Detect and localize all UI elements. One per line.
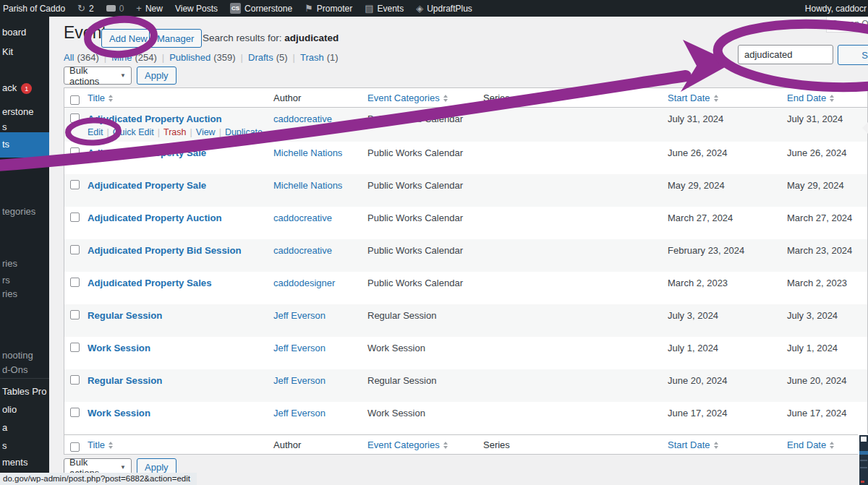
column-header-categories[interactable]: Event Categories (366, 435, 482, 454)
row-checkbox[interactable] (70, 278, 80, 287)
select-all-checkbox[interactable] (70, 95, 80, 105)
event-title-link[interactable]: Work Session (88, 408, 150, 419)
sidebar-item-comments[interactable]: ments (2, 456, 27, 469)
apply-button[interactable]: Apply (137, 66, 176, 85)
category-cell: Public Works Calendar (366, 108, 482, 142)
comments-menu[interactable]: 0 (106, 4, 124, 14)
filter-published-link[interactable]: Published (169, 52, 210, 63)
filter-all-link[interactable]: All (64, 52, 74, 63)
duplicate-link[interactable]: Duplicate (225, 127, 263, 137)
row-checkbox[interactable] (70, 113, 80, 123)
filter-mine-link[interactable]: Mine (111, 52, 132, 63)
row-checkbox[interactable] (70, 375, 80, 385)
event-title-link[interactable]: Adjudicated Property Bid Session (88, 245, 242, 256)
howdy-label: Howdy, caddocr (805, 4, 867, 14)
column-label: Series (483, 439, 510, 450)
view-link[interactable]: View (196, 127, 225, 137)
quick-edit-link[interactable]: Quick Edit (113, 127, 163, 137)
column-header-author: Author (272, 435, 366, 454)
author-link[interactable]: Jeff Everson (273, 408, 326, 419)
sidebar-item-dashboard[interactable]: board (2, 26, 26, 39)
table-row: Adjudicated Property Sale Michelle Natio… (64, 142, 867, 174)
event-title-link[interactable]: Adjudicated Property Sales (88, 278, 212, 288)
row-checkbox[interactable] (70, 310, 80, 319)
event-title-link[interactable]: Adjudicated Property Sale (88, 180, 206, 191)
event-title-link[interactable]: Regular Session (88, 375, 162, 386)
category-cell: Public Works Calendar (366, 174, 482, 207)
sidebar-subitem-venues[interactable]: ries (2, 288, 17, 301)
column-header-start-date[interactable]: Start Date (666, 435, 786, 454)
row-checkbox[interactable] (70, 408, 80, 417)
sidebar-item-pages[interactable]: s (2, 439, 7, 452)
promoter-menu[interactable]: ⚑ Promoter (305, 4, 352, 14)
screen-options-tab[interactable]: Screen Optio (826, 17, 868, 33)
new-content-menu[interactable]: + New (136, 4, 163, 14)
edit-link[interactable]: Edit (88, 127, 113, 137)
filter-all: All(364) (64, 52, 111, 63)
author-link[interactable]: Michelle Nations (273, 180, 342, 191)
search-input[interactable] (738, 45, 833, 64)
sidebar-subitem-series[interactable]: ries (2, 257, 17, 270)
column-header-title[interactable]: Title (86, 435, 272, 454)
events-menu[interactable]: ▤ Events (365, 4, 404, 14)
category-cell: Regular Session (366, 304, 482, 337)
column-header-end-date[interactable]: End Date (786, 88, 867, 107)
calendar-icon: ▤ (365, 4, 373, 13)
column-header-categories[interactable]: Event Categories (366, 88, 482, 107)
sidebar-subitem-categories[interactable]: tegories (2, 205, 35, 218)
bulk-actions-select[interactable]: Bulk actions▼ (64, 66, 132, 85)
cornerstone-menu[interactable]: CS Cornerstone (230, 3, 292, 14)
updraftplus-menu[interactable]: ◈ UpdraftPlus (416, 4, 472, 14)
sidebar-item-portfolio[interactable]: olio (2, 403, 17, 416)
category-cell: Public Works Calendar (366, 272, 482, 304)
author-link[interactable]: Jeff Everson (273, 343, 326, 353)
filter-count: (5) (276, 52, 288, 63)
event-title-link[interactable]: Adjudicated Property Sale (88, 147, 206, 158)
author-link[interactable]: Jeff Everson (273, 375, 326, 386)
author-link[interactable]: caddocreative (273, 213, 332, 223)
event-title-link[interactable]: Work Session (88, 343, 150, 353)
column-header-title[interactable]: Title (86, 88, 272, 107)
sidebar-item-media[interactable]: a (2, 421, 7, 434)
trash-link[interactable]: Trash (163, 127, 196, 137)
manager-button[interactable]: Manager (149, 29, 202, 48)
sidebar-subitem-troubleshooting[interactable]: nooting (2, 349, 33, 362)
sidebar-subitem-organizers[interactable]: rs (2, 274, 10, 287)
search-events-button[interactable]: Search E (838, 45, 868, 65)
filter-drafts-link[interactable]: Drafts (248, 52, 273, 63)
filter-count: (364) (77, 52, 98, 63)
sidebar-item-kit[interactable]: Kit (2, 46, 13, 59)
author-link[interactable]: caddodesigner (273, 278, 335, 288)
row-checkbox[interactable] (70, 213, 80, 222)
events-label: Events (377, 4, 404, 14)
sidebar-item-tables-pro[interactable]: Tables Pro (2, 385, 46, 398)
updates-menu[interactable]: ↻ 2 (77, 4, 94, 14)
row-checkbox[interactable] (70, 245, 80, 254)
author-link[interactable]: Jeff Everson (273, 310, 326, 321)
author-link[interactable]: caddocreative (273, 113, 332, 124)
select-all-checkbox[interactable] (70, 442, 80, 452)
table-row: Adjudicated Property Auction caddocreati… (64, 207, 867, 239)
account-menu[interactable]: Howdy, caddocr (805, 4, 867, 14)
row-checkbox[interactable] (70, 180, 80, 189)
picture-in-picture-thumbnail[interactable] (858, 434, 868, 485)
event-title-link[interactable]: Adjudicated Property Auction (88, 113, 222, 124)
column-header-start-date[interactable]: Start Date (666, 88, 786, 107)
event-title-link[interactable]: Regular Session (88, 310, 162, 321)
view-posts-menu[interactable]: View Posts (175, 4, 218, 14)
end-date-cell: June 17, 2024 (786, 402, 867, 434)
sidebar-subitem-add-ons[interactable]: d-Ons (2, 364, 27, 377)
filter-trash-link[interactable]: Trash (300, 52, 324, 63)
sidebar-item-events-active[interactable]: ts (0, 132, 49, 158)
new-label: New (145, 4, 163, 14)
sidebar-item-cornerstone[interactable]: erstone (2, 106, 33, 119)
add-new-button[interactable]: Add New (101, 29, 156, 48)
site-name-menu[interactable]: Parish of Caddo (3, 4, 65, 14)
sidebar-item-jetpack[interactable]: ack1 (2, 82, 32, 95)
column-header-end-date[interactable]: End Date (786, 435, 867, 454)
row-checkbox[interactable] (70, 147, 80, 157)
row-checkbox[interactable] (70, 343, 80, 352)
author-link[interactable]: caddocreative (273, 245, 332, 256)
event-title-link[interactable]: Adjudicated Property Auction (88, 213, 222, 223)
author-link[interactable]: Michelle Nations (273, 147, 342, 158)
